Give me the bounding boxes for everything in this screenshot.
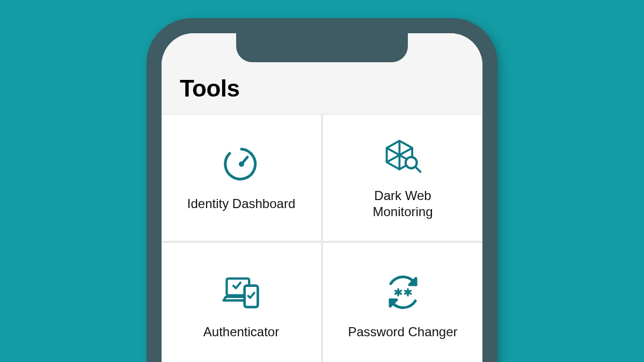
svg-line-7 [386,155,399,162]
tile-identity-dashboard[interactable]: Identity Dashboard [162,115,321,241]
gauge-icon [222,144,261,184]
backdrop: Tools Identity Dashboard [0,0,644,362]
devices-check-icon [222,272,261,312]
refresh-asterisks-icon [383,272,423,312]
tile-label: Dark WebMonitoring [372,188,433,220]
tile-label: Authenticator [203,324,279,340]
tile-dark-web-monitoring[interactable]: Dark WebMonitoring [323,115,482,241]
phone-frame: Tools Identity Dashboard [147,18,497,362]
phone-screen: Tools Identity Dashboard [162,33,482,362]
page-title: Tools [180,75,464,102]
tile-label: Password Changer [348,324,457,340]
svg-line-11 [415,166,420,171]
tools-grid: Identity Dashboard [162,114,482,362]
tile-password-changer[interactable]: Password Changer [323,243,482,362]
cube-search-icon [383,136,423,176]
svg-line-4 [399,147,412,154]
phone-notch [236,33,408,62]
svg-line-1 [241,157,247,164]
svg-line-3 [386,147,399,154]
tile-label: Identity Dashboard [187,196,295,212]
tile-authenticator[interactable]: Authenticator [162,243,321,362]
